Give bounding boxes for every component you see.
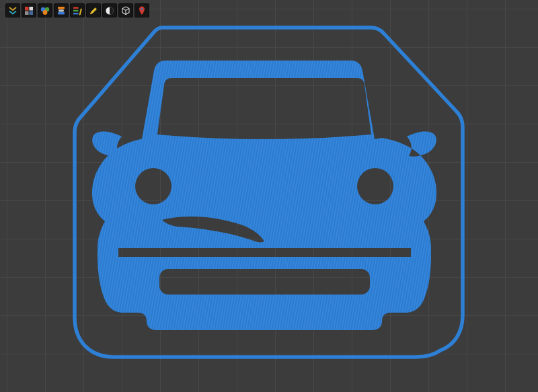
contrast-icon: [104, 5, 115, 16]
toolbar-button-cube-3d[interactable]: [118, 3, 133, 17]
top-toolbar: [5, 3, 149, 17]
fill-pattern-icon: [24, 5, 34, 16]
toolbar-button-arrange-down[interactable]: [5, 3, 20, 17]
color-palette-icon: [40, 5, 50, 16]
pin-icon: [137, 5, 147, 16]
toolbar-button-color-palette[interactable]: [38, 3, 52, 17]
car-design[interactable]: [92, 61, 436, 330]
design-viewport: [0, 0, 538, 392]
toolbar-button-thread-stack[interactable]: [54, 3, 69, 17]
toolbar-button-contrast[interactable]: [102, 3, 117, 17]
color-edit-icon: [72, 5, 83, 16]
toolbar-button-pencil[interactable]: [86, 3, 101, 17]
toolbar-button-fill-pattern[interactable]: [22, 3, 36, 17]
toolbar-button-pin[interactable]: [134, 3, 149, 17]
thread-stack-icon: [56, 5, 67, 16]
pencil-icon: [88, 5, 99, 16]
cube-3d-icon: [120, 5, 131, 16]
toolbar-button-color-edit[interactable]: [70, 3, 85, 17]
design-canvas[interactable]: [0, 0, 538, 392]
arrange-down-icon: [7, 5, 18, 16]
